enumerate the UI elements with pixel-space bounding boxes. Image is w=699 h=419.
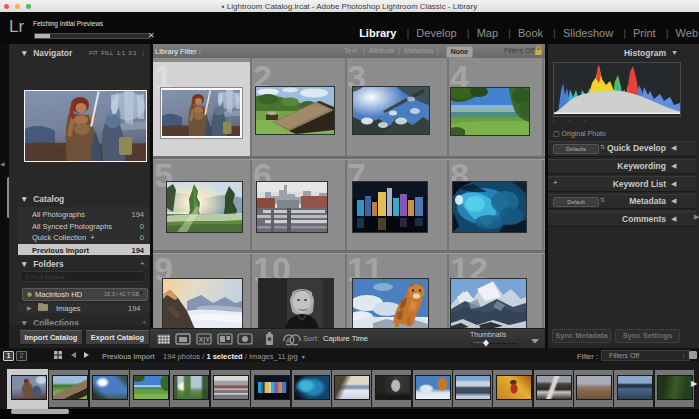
svg-text:X|Y: X|Y (199, 336, 211, 344)
